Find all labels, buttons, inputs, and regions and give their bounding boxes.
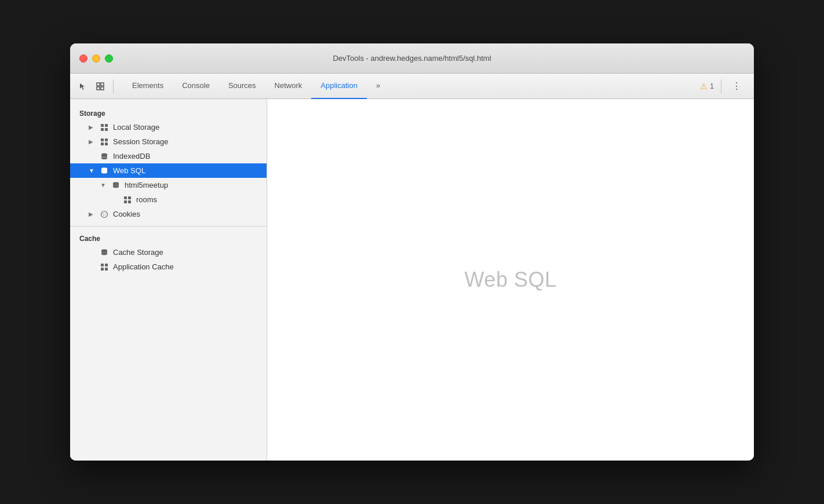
svg-rect-2 [97,87,100,90]
tab-application[interactable]: Application [311,74,367,99]
toolbar: Elements Console Sources Network Applica… [70,74,754,99]
toolbar-divider-2 [721,79,721,93]
svg-point-22 [103,214,104,215]
window-title: DevTools - andrew.hedges.name/html5/sql.… [333,54,491,63]
svg-rect-4 [101,124,104,127]
traffic-lights [79,54,113,63]
grid-icon-session-storage [99,138,110,146]
tab-bar: Elements Console Sources Network Applica… [118,74,699,99]
svg-rect-17 [124,200,127,203]
db-icon-cache-storage [99,249,110,257]
svg-rect-11 [105,143,108,145]
close-button[interactable] [79,54,87,63]
expand-arrow-local-storage: ▶ [89,124,96,130]
session-storage-label: Session Storage [113,137,168,146]
grid-icon-local-storage [99,123,110,132]
svg-rect-25 [101,264,104,266]
sidebar-item-rooms[interactable]: ▶ rooms [70,192,267,207]
sidebar-item-local-storage[interactable]: ▶ Local Storage [70,120,267,134]
devtools-window: DevTools - andrew.hedges.name/html5/sql.… [70,43,754,461]
sidebar: Storage ▶ Local Storage ▶ [70,99,267,461]
svg-rect-10 [101,143,104,145]
expand-arrow-session-storage: ▶ [89,138,96,145]
svg-rect-0 [97,83,100,86]
svg-rect-26 [105,264,108,266]
svg-point-21 [105,213,105,213]
sidebar-divider [70,226,267,227]
maximize-button[interactable] [105,54,113,63]
expand-arrow-html5meetup: ▼ [100,182,107,188]
cache-storage-label: Cache Storage [113,248,163,257]
main-panel: Web SQL [267,99,754,461]
svg-rect-15 [124,196,127,199]
titlebar: DevTools - andrew.hedges.name/html5/sql.… [70,43,754,74]
indexeddb-label: IndexedDB [113,152,150,160]
tab-sources[interactable]: Sources [219,74,265,99]
web-sql-label: Web SQL [113,166,145,175]
sidebar-item-html5meetup[interactable]: ▼ html5meetup [70,178,267,192]
tab-console[interactable]: Console [173,74,219,99]
db-icon-html5meetup [111,181,121,189]
expand-arrow-web-sql: ▼ [89,167,96,174]
svg-rect-3 [101,87,104,90]
svg-rect-18 [128,200,131,203]
tab-network[interactable]: Network [265,74,312,99]
application-cache-label: Application Cache [113,262,174,271]
expand-arrow-cookies: ▶ [89,211,96,217]
svg-rect-9 [105,138,108,141]
cursor-tool-button[interactable] [75,78,91,94]
main-panel-title: Web SQL [465,268,557,292]
db-icon-indexeddb [99,152,110,160]
toolbar-divider [113,79,114,93]
warning-count: 1 [710,82,714,90]
svg-rect-5 [105,124,108,127]
svg-rect-8 [101,138,104,141]
local-storage-label: Local Storage [113,123,159,132]
cookie-icon [99,210,110,218]
sidebar-item-application-cache[interactable]: ▶ Application Cache [70,260,267,274]
sidebar-item-indexeddb[interactable]: ▶ IndexedDB [70,149,267,163]
sidebar-item-session-storage[interactable]: ▶ Session Storage [70,134,267,149]
toolbar-right: ⚠ 1 ⋮ [700,78,749,94]
minimize-button[interactable] [92,54,100,63]
svg-rect-1 [101,83,104,86]
svg-rect-28 [105,268,108,271]
more-options-button[interactable]: ⋮ [728,78,745,94]
db-icon-web-sql [99,167,110,175]
svg-point-20 [103,213,104,214]
cookies-label: Cookies [113,210,140,218]
sidebar-item-cache-storage[interactable]: ▶ Cache Storage [70,245,267,260]
cache-section-header: Cache [70,231,267,245]
grid-icon-rooms [122,196,133,204]
rooms-label: rooms [136,195,157,204]
tab-elements[interactable]: Elements [123,74,173,99]
svg-rect-7 [105,128,108,131]
svg-point-19 [101,211,108,217]
svg-rect-6 [101,128,104,131]
main-content: Storage ▶ Local Storage ▶ [70,99,754,461]
sidebar-item-cookies[interactable]: ▶ Cookies [70,207,267,221]
grid-icon-application-cache [99,263,110,271]
sidebar-item-web-sql[interactable]: ▼ Web SQL [70,163,267,178]
inspect-tool-button[interactable] [92,78,108,94]
svg-rect-16 [128,196,131,199]
warning-badge: ⚠ 1 [700,82,714,91]
svg-point-23 [105,214,105,215]
warning-icon: ⚠ [700,82,708,91]
html5meetup-label: html5meetup [125,181,168,189]
svg-rect-27 [101,268,104,271]
tab-more[interactable]: » [367,74,389,99]
storage-section-header: Storage [70,106,267,120]
